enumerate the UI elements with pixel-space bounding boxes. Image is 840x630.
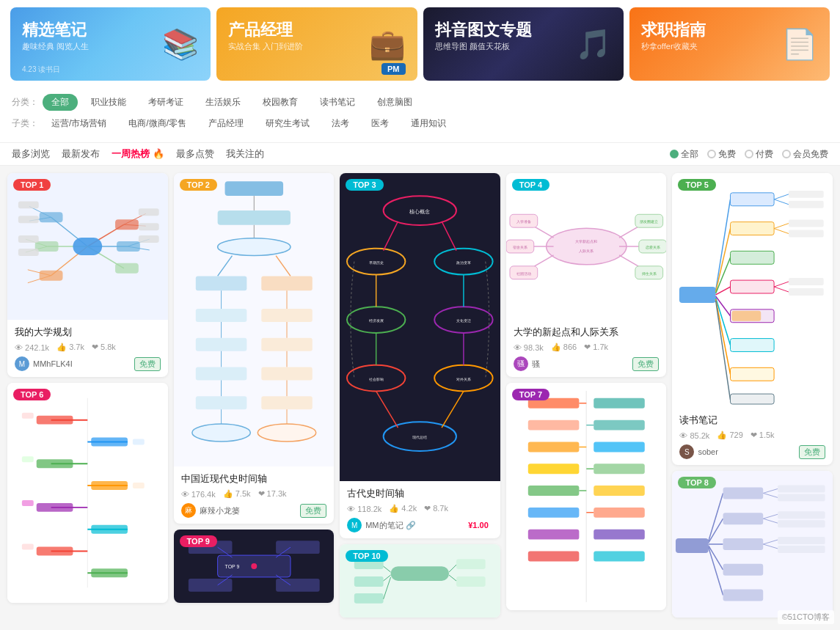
sort-following[interactable]: 我关注的	[226, 147, 264, 161]
avatar-top2: 麻	[181, 503, 196, 518]
badge-top1: TOP 1	[13, 179, 51, 191]
sort-hot-week[interactable]: 一周热榜 🔥	[112, 147, 164, 161]
stat-likes-2: 👍 7.5k	[223, 489, 251, 499]
banner-3-sub: 思维导图 颜值天花板	[435, 41, 510, 52]
badge-top10: TOP 10	[346, 550, 388, 562]
filter-tag-life[interactable]: 生活娱乐	[197, 94, 249, 111]
svg-line-215	[764, 514, 778, 519]
filter-sub-law[interactable]: 法考	[323, 115, 358, 132]
filter-tag-creative[interactable]: 创意脑图	[368, 94, 421, 111]
svg-rect-209	[723, 513, 764, 524]
filter-sub-ops[interactable]: 运营/市场营销	[43, 115, 115, 132]
col-1: TOP 1 我的大学规划 👁 242.1k 👍 3.7k ❤ 5.8k M MM…	[7, 173, 168, 603]
badge-top9: TOP 9	[180, 535, 217, 547]
svg-line-214	[764, 493, 778, 497]
svg-line-193	[774, 224, 789, 229]
svg-rect-55	[217, 210, 290, 225]
svg-rect-27	[139, 208, 159, 216]
svg-rect-50	[22, 544, 34, 550]
filter-sub-postgrad[interactable]: 研究生考试	[257, 115, 318, 132]
stat-likes-3: 👍 4.2k	[389, 504, 417, 513]
filter-tag-exam[interactable]: 考研考证	[139, 94, 192, 111]
card-top2-stats: 👁 176.4k 👍 7.5k ❤ 17.3k	[181, 489, 327, 499]
radio-vip-circle	[782, 150, 791, 158]
svg-line-189	[774, 194, 789, 199]
svg-rect-19	[40, 271, 63, 281]
svg-rect-48	[22, 456, 34, 462]
card-top5[interactable]: TOP 5 读书笔记 👁 85.2k 👍 729 ❤ 1.5k S sober	[672, 173, 833, 465]
filter-sub-ecom[interactable]: 电商/微商/零售	[120, 115, 195, 132]
svg-rect-29	[139, 235, 159, 243]
svg-rect-75	[195, 396, 246, 409]
banner-1[interactable]: 精选笔记 趣味经典 阅览人生 📚 4.23 读书日	[10, 7, 211, 81]
svg-rect-160	[594, 442, 645, 452]
svg-text:朋友圈建立: 朋友圈建立	[640, 219, 658, 224]
svg-rect-164	[594, 530, 645, 540]
sort-latest[interactable]: 最新发布	[62, 147, 100, 161]
card-top10[interactable]: TOP 10	[340, 544, 500, 618]
svg-rect-51	[133, 439, 145, 444]
svg-line-204	[709, 519, 723, 543]
svg-rect-162	[594, 486, 645, 496]
filter-sub-general[interactable]: 通用知识	[402, 115, 455, 132]
card-top9[interactable]: TOP 9 TOP 9	[174, 530, 335, 603]
radio-paid[interactable]: 付费	[745, 148, 773, 161]
filter-sub-pm[interactable]: 产品经理	[200, 115, 252, 132]
svg-rect-208	[723, 487, 764, 499]
card-top4-stats: 👁 98.3k 👍 866 ❤ 1.7k	[514, 343, 660, 352]
radio-all[interactable]: 全部	[670, 148, 698, 161]
banner-1-icon: 📚	[162, 27, 199, 62]
banner-4[interactable]: 求职指南 秒拿offer收藏夹 📄	[629, 7, 830, 81]
svg-rect-40	[91, 437, 128, 446]
card-top2[interactable]: TOP 2 中国近现代史时间轴 👁 176.4k 👍 7.5k ❤ 17.3k …	[174, 173, 335, 524]
card-top6[interactable]: TOP 6	[7, 383, 168, 603]
badge-top5: TOP 5	[678, 179, 715, 191]
banner-2[interactable]: 产品经理 实战合集 入门到进阶 💼 PM	[216, 7, 417, 81]
card-top8[interactable]: TOP 8	[672, 471, 833, 618]
svg-rect-152	[528, 442, 580, 452]
svg-point-128	[546, 228, 626, 265]
card-top4-image: 大学新起点和 人际关系 入学准备	[506, 173, 667, 320]
radio-all-circle	[670, 150, 679, 158]
card-top4-title: 大学的新起点和人际关系	[514, 326, 660, 339]
card-top7[interactable]: TOP 7	[506, 383, 667, 610]
svg-rect-156	[528, 530, 580, 540]
stat-likes-4: 👍 866	[551, 343, 577, 352]
filter-tag-reading[interactable]: 读书笔记	[311, 94, 364, 111]
sort-most-views[interactable]: 最多浏览	[12, 147, 50, 161]
price-top5: 免费	[799, 445, 825, 459]
svg-rect-17	[40, 212, 63, 222]
svg-rect-21	[117, 241, 140, 252]
filter-sub-med[interactable]: 医考	[362, 115, 398, 132]
card-top3-image: 核心概念	[340, 173, 500, 481]
svg-line-98	[442, 221, 456, 251]
svg-rect-159	[594, 420, 645, 431]
card-top4[interactable]: 大学新起点和 人际关系 入学准备	[506, 173, 667, 377]
stat-favs-5: ❤ 1.5k	[750, 431, 775, 440]
radio-vip[interactable]: 会员免费	[782, 148, 828, 161]
radio-free[interactable]: 免费	[707, 148, 736, 161]
card-grid: TOP 1 我的大学规划 👁 242.1k 👍 3.7k ❤ 5.8k M MM…	[7, 173, 833, 618]
author-name-top2: 麻辣小龙篓	[200, 505, 240, 516]
card-top3-title: 古代史时间轴	[347, 487, 493, 500]
svg-rect-158	[594, 398, 645, 409]
svg-rect-154	[528, 486, 580, 496]
filter-tag-campus[interactable]: 校园教育	[254, 94, 307, 111]
price-top4: 免费	[632, 357, 659, 371]
filter-tag-all[interactable]: 全部	[43, 94, 78, 111]
svg-rect-69	[261, 338, 313, 351]
svg-rect-181	[731, 193, 775, 206]
sort-most-likes[interactable]: 最多点赞	[176, 147, 214, 161]
svg-rect-184	[731, 280, 775, 293]
svg-line-197	[774, 282, 789, 287]
banner-1-sub: 趣味经典 阅览人生	[22, 41, 89, 52]
banner-3[interactable]: 抖音图文专题 思维导图 颜值天花板 🎵	[423, 7, 624, 81]
filter-tag-skills[interactable]: 职业技能	[82, 94, 135, 111]
author-name-top1: MMhFLK4I	[33, 359, 73, 368]
card-top3[interactable]: 核心概念	[340, 173, 500, 538]
svg-rect-25	[18, 235, 39, 243]
badge-top7: TOP 7	[512, 389, 549, 400]
card-top5-title: 读书笔记	[679, 414, 825, 427]
svg-rect-212	[723, 590, 764, 601]
card-top1[interactable]: TOP 1 我的大学规划 👁 242.1k 👍 3.7k ❤ 5.8k M MM…	[7, 173, 168, 377]
